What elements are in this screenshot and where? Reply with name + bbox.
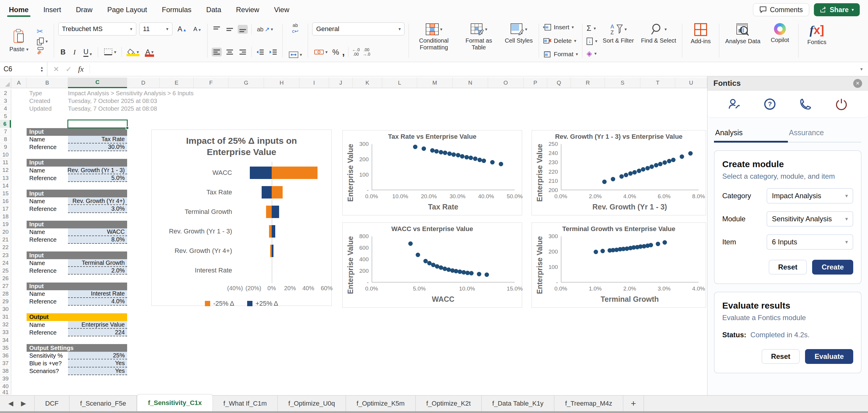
column-header-h[interactable]: H — [264, 78, 300, 88]
row-header-13[interactable]: 13 — [0, 174, 11, 182]
analyse-data-button[interactable]: Analyse Data — [723, 22, 762, 59]
share-button[interactable]: Share ▾ — [814, 3, 860, 16]
menu-formulas[interactable]: Formulas — [161, 1, 192, 18]
field-value-sensitivity-7[interactable]: 25% — [68, 352, 127, 359]
underline-button[interactable]: U▾ — [81, 47, 94, 57]
meta-label-type[interactable]: Type — [29, 89, 68, 97]
meta-label-created[interactable]: Created — [29, 97, 68, 105]
paste-button[interactable]: Paste▾ — [5, 28, 33, 54]
field-value-reference-6[interactable]: 224 — [68, 329, 127, 336]
copy-button[interactable]: ▾ — [35, 37, 50, 46]
column-header-j[interactable]: J — [329, 78, 353, 88]
field-label-name-4[interactable]: Name — [27, 259, 68, 267]
insert-cells-button[interactable]: Insert▾ — [543, 24, 578, 31]
fill-button[interactable]: ↓▾ — [587, 37, 597, 45]
clear-button[interactable]: ◈▾ — [587, 50, 597, 58]
column-header-a[interactable]: A — [11, 78, 27, 88]
field-label-reference-5[interactable]: Reference — [27, 298, 68, 305]
sheet-tab-f-what-if-c1m[interactable]: f_What If_C1m — [213, 395, 278, 411]
field-value-blue-is-ve-7[interactable]: Yes — [68, 360, 127, 367]
chart-tax-rate[interactable]: Tax Rate vs Enterprise ValueEnterprise V… — [342, 130, 522, 215]
field-value-reference-0[interactable]: 30.0% — [68, 144, 127, 151]
align-top-button[interactable] — [212, 25, 222, 34]
increase-indent-button[interactable] — [268, 48, 278, 57]
row-header-12[interactable]: 12 — [0, 167, 11, 174]
row-header-32[interactable]: 32 — [0, 321, 11, 329]
decrease-indent-button[interactable] — [255, 48, 265, 57]
borders-button[interactable]: ▾ — [102, 47, 118, 57]
column-header-d[interactable]: D — [127, 78, 160, 88]
align-left-button[interactable] — [212, 48, 222, 57]
cell-styles-button[interactable]: ▾ Cell Styles — [503, 22, 534, 59]
autosum-button[interactable]: Σ▾ — [587, 24, 597, 33]
sheet-tab-f-optimize-k5m[interactable]: f_Optimize_K5m — [346, 395, 416, 411]
block-header-input-5[interactable]: Input — [27, 283, 127, 290]
column-header-m[interactable]: M — [417, 78, 453, 88]
fontics-addin-button[interactable]: fx] Fontics — [803, 22, 831, 59]
create-module-create-button[interactable]: Create — [812, 260, 853, 274]
selected-cell-c6[interactable] — [67, 120, 128, 128]
conditional-formatting-button[interactable]: ▾ Conditional Formatting — [413, 22, 455, 59]
name-box-spinner[interactable]: ▲▼ — [40, 66, 43, 72]
font-color-button[interactable]: A ▾ — [144, 47, 156, 57]
row-header-36[interactable]: 36 — [0, 352, 11, 359]
block-header-output-6[interactable]: Output — [27, 313, 127, 321]
row-header-35[interactable]: 35 — [0, 344, 11, 352]
field-value-name-6[interactable]: Enterprise Value — [68, 321, 127, 329]
column-header-t[interactable]: T — [640, 78, 675, 88]
fill-handle[interactable] — [126, 126, 129, 129]
add-ins-button[interactable]: Add-ins — [686, 22, 715, 59]
decrease-decimal-button[interactable]: ←.0.00 — [352, 48, 360, 57]
format-cells-button[interactable]: Format▾ — [543, 51, 578, 58]
cut-button[interactable]: ✂ — [35, 26, 50, 37]
meta-label-updated[interactable]: Updated — [29, 105, 68, 112]
number-format-select[interactable]: General▾ — [312, 23, 404, 35]
sheet-tab-f-optimize-u0q[interactable]: f_Optimize_U0q — [278, 395, 346, 411]
row-header-28[interactable]: 28 — [0, 290, 11, 298]
field-label-scenarios-7[interactable]: Scenarios? — [27, 367, 68, 375]
block-header-output-settings-7[interactable]: Output Settings — [27, 344, 127, 352]
chart-wacc[interactable]: WACC vs Enterprise ValueEnterprise Value… — [342, 223, 522, 308]
sort-filter-button[interactable]: AZ ▾ Sort & Filter — [601, 22, 636, 59]
align-middle-button[interactable] — [225, 25, 235, 34]
row-header-16[interactable]: 16 — [0, 197, 11, 205]
decrease-font-button[interactable]: A▾ — [191, 25, 203, 33]
name-box[interactable]: C6 ▲▼ — [0, 62, 47, 76]
field-value-reference-4[interactable]: 2.0% — [68, 267, 127, 274]
field-value-reference-2[interactable]: 3.0% — [68, 205, 127, 213]
field-label-reference-2[interactable]: Reference — [27, 205, 68, 213]
merge-center-button[interactable]: ▾ — [287, 51, 304, 59]
chart-rev-growth-1-3[interactable]: Rev. Growth (Yr 1 - 3) vs Enterprise Val… — [532, 130, 706, 215]
field-label-reference-6[interactable]: Reference — [27, 329, 68, 336]
align-right-button[interactable] — [238, 48, 248, 57]
row-header-7[interactable]: 7 — [0, 128, 11, 136]
help-icon[interactable]: ? — [763, 97, 777, 111]
block-header-input-0[interactable]: Input — [27, 128, 127, 136]
column-header-u[interactable]: U — [675, 78, 707, 88]
row-header-5[interactable]: 5 — [0, 112, 11, 120]
align-center-button[interactable] — [225, 48, 235, 57]
menu-view[interactable]: View — [274, 1, 290, 18]
field-label-name-5[interactable]: Name — [27, 290, 68, 298]
column-header-l[interactable]: L — [382, 78, 417, 88]
field-label-name-1[interactable]: Name — [27, 167, 68, 174]
row-header-37[interactable]: 37 — [0, 359, 11, 367]
format-painter-button[interactable] — [35, 46, 50, 55]
field-label-reference-3[interactable]: Reference — [27, 236, 68, 244]
spreadsheet-grid[interactable]: ABCDEFGHIJKLMNOPQRSTU 234567891011121314… — [0, 76, 707, 395]
field-value-scenarios-7[interactable]: Yes — [68, 367, 127, 375]
column-header-q[interactable]: Q — [547, 78, 571, 88]
power-icon[interactable] — [835, 97, 848, 111]
column-header-k[interactable]: K — [353, 78, 382, 88]
sheet-tab-f-scenario-f5e[interactable]: f_Scenario_F5e — [69, 395, 137, 411]
block-header-input-2[interactable]: Input — [27, 189, 127, 197]
copilot-button[interactable]: Copilot — [766, 22, 794, 59]
row-header-4[interactable]: 4 — [0, 105, 11, 112]
meta-value-updated[interactable]: Tuesday, 7 October 2025 at 08:08 — [68, 105, 257, 112]
increase-font-button[interactable]: A▾ — [175, 24, 188, 34]
field-label-name-2[interactable]: Name — [27, 197, 68, 205]
bold-button[interactable]: B — [58, 47, 68, 57]
item-select[interactable]: 6 Inputs▾ — [767, 234, 853, 250]
menu-data[interactable]: Data — [206, 1, 222, 18]
find-select-button[interactable]: ▾ Find & Select — [639, 22, 678, 59]
